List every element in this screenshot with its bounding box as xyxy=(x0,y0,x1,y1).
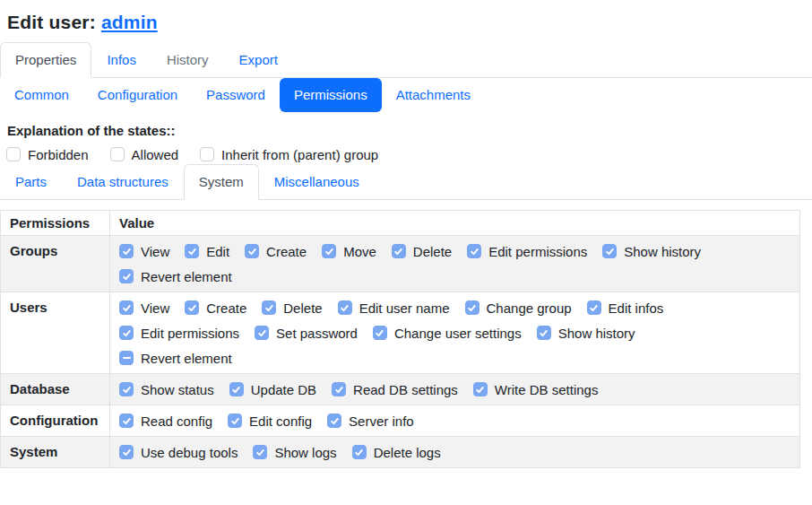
check-icon xyxy=(187,303,197,313)
checked-checkbox-icon xyxy=(229,382,244,396)
permission-users-label: Revert element xyxy=(141,351,232,366)
check-icon xyxy=(264,303,274,313)
permission-database-read-db-settings[interactable]: Read DB settings xyxy=(332,379,458,399)
permission-users-show-history[interactable]: Show history xyxy=(537,323,635,343)
permission-groups-delete[interactable]: Delete xyxy=(392,241,452,261)
tab-permissions[interactable]: Permissions xyxy=(280,78,382,112)
permission-category-tabs: PartsData structuresSystemMiscellaneous xyxy=(0,164,812,200)
permission-system-label: Delete logs xyxy=(374,445,441,460)
tab-common[interactable]: Common xyxy=(0,78,83,112)
permission-groups-label: Revert element xyxy=(141,269,232,284)
checked-checkbox-icon xyxy=(473,382,488,396)
tab-history: History xyxy=(151,42,224,78)
checked-checkbox-icon xyxy=(255,326,269,340)
checked-checkbox-icon xyxy=(392,244,406,258)
checked-checkbox-icon xyxy=(322,244,336,258)
tab-system[interactable]: System xyxy=(184,164,259,200)
tab-attachments[interactable]: Attachments xyxy=(382,78,485,112)
permission-configuration-label: Server info xyxy=(349,414,414,429)
checked-checkbox-icon xyxy=(587,300,601,315)
permission-configuration-read-config[interactable]: Read config xyxy=(119,411,212,431)
state-legend-inherit-from-parent-group[interactable]: Inherit from (parent) group xyxy=(200,144,378,164)
permission-groups-label: Create xyxy=(266,244,307,259)
permission-groups-move[interactable]: Move xyxy=(322,241,376,261)
state-legend-label: Forbidden xyxy=(28,147,89,162)
tab-infos[interactable]: Infos xyxy=(91,42,151,78)
permission-database-update-db[interactable]: Update DB xyxy=(229,379,316,399)
permission-users-revert-element[interactable]: Revert element xyxy=(119,348,232,368)
check-icon xyxy=(330,416,340,426)
state-legend-forbidden[interactable]: Forbidden xyxy=(6,144,89,164)
permission-system-use-debug-tools[interactable]: Use debug tools xyxy=(119,442,238,462)
check-icon xyxy=(122,385,132,395)
checked-checkbox-icon xyxy=(465,300,479,315)
checked-checkbox-icon xyxy=(119,414,134,428)
check-icon xyxy=(255,448,265,457)
permission-groups-edit-permissions[interactable]: Edit permissions xyxy=(467,241,587,261)
check-icon xyxy=(475,385,485,395)
permission-configuration-server-info[interactable]: Server info xyxy=(327,411,414,431)
permission-users-label: Change group xyxy=(487,300,572,316)
table-header-row: Permissions Value xyxy=(1,211,800,236)
permission-users-change-user-settings[interactable]: Change user settings xyxy=(373,323,522,343)
tab-configuration[interactable]: Configuration xyxy=(83,78,192,112)
permission-users-label: Set password xyxy=(276,326,358,341)
tab-password[interactable]: Password xyxy=(192,78,280,112)
check-icon xyxy=(257,328,267,338)
checked-checkbox-icon xyxy=(185,300,199,315)
checked-checkbox-icon xyxy=(352,445,367,459)
permission-users-view[interactable]: View xyxy=(119,298,169,318)
check-icon xyxy=(122,303,132,313)
checked-checkbox-icon xyxy=(119,300,134,315)
check-icon xyxy=(470,247,479,257)
column-header-value: Value xyxy=(110,211,800,236)
table-row: Database Show status Update DB Read DB s… xyxy=(1,374,800,405)
checked-checkbox-icon xyxy=(327,414,341,428)
unchecked-checkbox-icon xyxy=(200,147,214,161)
checked-checkbox-icon xyxy=(119,326,134,340)
permission-groups-create[interactable]: Create xyxy=(245,241,307,261)
permission-users-create[interactable]: Create xyxy=(185,298,246,318)
permission-users-edit-user-name[interactable]: Edit user name xyxy=(338,298,450,318)
page-title: Edit user: admin xyxy=(7,12,800,33)
permission-category: System xyxy=(1,437,110,468)
checked-checkbox-icon xyxy=(253,445,267,459)
checked-checkbox-icon xyxy=(262,300,276,315)
permission-database-show-status[interactable]: Show status xyxy=(119,379,214,399)
permission-users-set-password[interactable]: Set password xyxy=(255,323,358,343)
permission-users-label: View xyxy=(141,300,169,316)
permission-system-show-logs[interactable]: Show logs xyxy=(253,442,336,462)
permission-groups-revert-element[interactable]: Revert element xyxy=(119,266,232,286)
check-icon xyxy=(122,328,132,338)
user-link[interactable]: admin xyxy=(101,12,158,32)
permission-groups-view[interactable]: View xyxy=(119,241,169,261)
check-icon xyxy=(393,247,403,257)
tab-miscellaneous[interactable]: Miscellaneous xyxy=(259,164,375,200)
tab-properties[interactable]: Properties xyxy=(0,42,91,78)
permission-groups-label: Edit xyxy=(206,244,229,259)
permission-users-edit-infos[interactable]: Edit infos xyxy=(587,298,664,318)
permission-groups-show-history[interactable]: Show history xyxy=(602,241,701,261)
permission-users-edit-permissions[interactable]: Edit permissions xyxy=(119,323,239,343)
permission-system-delete-logs[interactable]: Delete logs xyxy=(352,442,441,462)
permission-database-write-db-settings[interactable]: Write DB settings xyxy=(473,379,599,399)
checked-checkbox-icon xyxy=(332,382,346,396)
tab-parts[interactable]: Parts xyxy=(0,164,62,200)
permission-database-label: Update DB xyxy=(251,382,316,397)
checked-checkbox-icon xyxy=(338,300,352,315)
check-icon xyxy=(230,416,240,426)
tab-export[interactable]: Export xyxy=(224,42,293,78)
permission-users-change-group[interactable]: Change group xyxy=(465,298,572,318)
check-icon xyxy=(231,385,241,395)
permission-groups-edit[interactable]: Edit xyxy=(185,241,229,261)
check-icon xyxy=(122,247,132,257)
check-icon xyxy=(605,247,615,257)
checked-checkbox-icon xyxy=(602,244,617,258)
tab-data-structures[interactable]: Data structures xyxy=(62,164,184,200)
table-row: Configuration Read config Edit config Se… xyxy=(1,405,800,437)
permission-category: Database xyxy=(1,374,110,405)
indeterminate-dash-icon xyxy=(123,357,131,359)
permission-users-delete[interactable]: Delete xyxy=(262,298,322,318)
state-legend-allowed[interactable]: Allowed xyxy=(110,144,179,164)
permission-configuration-edit-config[interactable]: Edit config xyxy=(228,411,312,431)
